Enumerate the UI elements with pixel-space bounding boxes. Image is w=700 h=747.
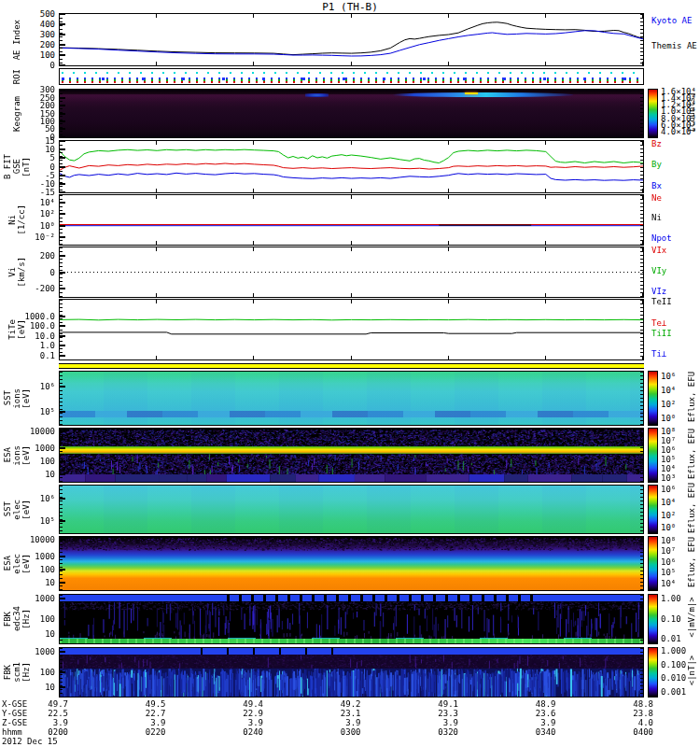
fbk-scm-khz-band <box>60 648 643 655</box>
colorbar-tick-label: 10⁸ <box>661 536 676 545</box>
colorbar-unit-text: [counts] <box>687 92 696 132</box>
x-tick-mark <box>642 141 643 145</box>
line-chart <box>60 300 643 359</box>
x-tick-mark <box>448 189 449 192</box>
colorbar-unit-text: <|nT|> <box>687 655 696 686</box>
y-tick-mark <box>60 236 65 238</box>
x-tick-mark <box>448 195 449 199</box>
x-tick-mark <box>253 141 254 145</box>
colorbar-unit-text: Eflux, EFU <box>687 482 696 532</box>
colorbar-unit-label: <|nT|> <box>687 655 696 690</box>
axis-label-line: elec <box>12 500 21 520</box>
axis-label-line: TiTe <box>7 319 17 340</box>
esa-ions-peak-flux-band <box>60 446 643 455</box>
axis-label: TiTe[eV] <box>2 300 32 359</box>
keogram-aurora-blob <box>305 93 329 97</box>
colorbar-esa-ions: 10⁸10⁷10⁶10⁵10⁴10³Eflux, EFU <box>648 428 658 483</box>
y-tick-label: 10⁰ <box>40 221 55 231</box>
axis-label-line: FBK <box>3 612 12 627</box>
y-tick-mark <box>60 582 65 584</box>
y-tick-mark <box>60 34 65 35</box>
x-tick-mark <box>253 356 254 359</box>
bottom-axis-value: 49.7 <box>21 699 68 709</box>
axis-label-line: [eV] <box>21 500 31 520</box>
fbk-scm-band-gaps <box>176 648 352 655</box>
colorbar-tick-label: 10³ <box>661 473 676 483</box>
colorbar-tick-label: 10⁶ <box>661 445 676 455</box>
x-tick-mark <box>351 14 352 18</box>
series-TiII <box>60 319 643 320</box>
bottom-axis-value: 22.5 <box>21 709 68 718</box>
sst-elec-texture <box>60 486 643 533</box>
colorbar-tick-label: 10⁰ <box>661 414 676 423</box>
bottom-axis-value: 49.5 <box>119 699 166 709</box>
colorbar-unit-text: Eflux, EFU <box>687 371 696 421</box>
y-tick-mark <box>60 633 65 635</box>
x-tick-mark <box>642 14 643 18</box>
series-TeII <box>60 332 643 334</box>
x-tick-mark <box>642 293 643 297</box>
colorbar-tick-label: 10⁷ <box>661 546 676 556</box>
y-tick-mark <box>60 498 65 500</box>
x-tick-mark <box>156 300 157 303</box>
x-tick-mark <box>545 356 546 359</box>
y-tick-mark <box>60 288 65 289</box>
y-tick-label: 0 <box>50 268 55 277</box>
y-tick-mark <box>60 520 65 522</box>
y-tick-mark <box>60 225 65 227</box>
axis-label-line: Ni <box>7 215 17 225</box>
bottom-axis-column: 49.123.33.90320 <box>412 699 458 737</box>
y-tick-label: 1.0 <box>40 341 55 350</box>
colorbar-tick-label: 10² <box>661 400 676 409</box>
sst-ions-low-flux-band <box>60 411 643 417</box>
series-label: Kyoto AE <box>651 16 692 25</box>
axis-label-line: edc34 <box>12 606 21 631</box>
bottom-axis-column: 48.923.63.90340 <box>510 699 556 737</box>
line-chart <box>60 247 643 297</box>
bottom-axis-value: 23.8 <box>607 709 653 718</box>
x-tick-mark <box>156 356 157 359</box>
colorbar-unit-text: Eflux, EFU <box>687 428 696 478</box>
x-tick-mark <box>545 189 546 192</box>
bottom-axis-value: 3.9 <box>315 718 361 727</box>
bottom-axis-value: 0300 <box>315 727 361 737</box>
bottom-axis-column: 49.722.53.90200 <box>21 699 68 737</box>
y-tick-mark <box>60 569 65 571</box>
y-tick-mark <box>60 345 65 346</box>
series-label: Bz <box>651 139 662 148</box>
axis-label-line: ions <box>12 445 21 466</box>
y-tick-mark <box>60 97 65 99</box>
colorbar-tick-label: 10⁴ <box>661 464 676 473</box>
series-label: TeII <box>651 297 672 306</box>
x-tick-mark <box>642 247 643 251</box>
y-tick-mark <box>60 447 65 449</box>
colorbar-tick-label: 0.10 <box>661 614 681 624</box>
bottom-axis-value: 0400 <box>607 727 653 737</box>
axis-label: FBKedc34[Hz] <box>2 595 32 643</box>
y-tick-label: -200 <box>35 284 55 293</box>
x-tick-mark <box>545 293 546 297</box>
axis-label: SSTions[eV] <box>2 372 32 425</box>
axis-label-line: ions <box>12 388 21 409</box>
axis-label-line: Vi <box>7 267 17 277</box>
colorbar-keogram: 1.6×10⁴1.4×10⁴1.2×10⁴1.0×10⁴8.0×10³6.0×1… <box>648 89 658 138</box>
y-tick-label: 0.1 <box>40 351 55 360</box>
colorbar-tick-label: 10⁵ <box>661 568 676 577</box>
panel-ae-index: 5004003002001000AE IndexKyoto AEThemis A… <box>59 13 644 66</box>
y-tick-label: 10⁶ <box>40 494 55 503</box>
panel-sst-elec: 10⁶10⁵SSTelec[eV] <box>59 485 644 534</box>
axis-label-line: [eV] <box>21 445 31 466</box>
bottom-axis-value: 22.9 <box>217 709 263 718</box>
panel-sst-ions: 10⁶10⁵SSTions[eV] <box>59 371 644 426</box>
keogram-aurora-streak <box>392 92 573 97</box>
roi-cyan-dots <box>62 72 641 74</box>
axis-label-line: [1/cc] <box>17 204 26 235</box>
y-tick-label: 100 <box>40 614 55 624</box>
colorbar-fbk-scm: 1.0000.1000.0100.001<|nT|> <box>648 647 658 698</box>
x-tick-mark <box>351 356 352 359</box>
panel-density: 10⁴10²10⁰10⁻²Ni[1/cc]NeNiNpot <box>59 194 644 246</box>
bottom-axis-row-label: hhmm <box>2 727 22 737</box>
y-tick-label: 10 <box>45 578 55 587</box>
bottom-axis-value: 4.0 <box>607 718 653 727</box>
axis-label: B FITGSE[nT] <box>2 141 32 192</box>
